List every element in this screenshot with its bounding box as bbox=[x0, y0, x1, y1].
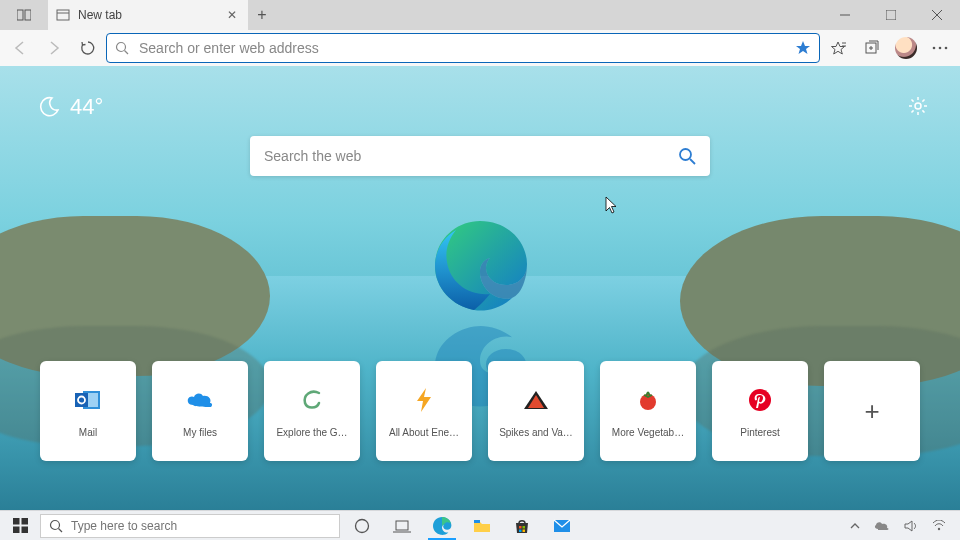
tile-mail[interactable]: Mail bbox=[40, 361, 136, 461]
svg-rect-32 bbox=[75, 393, 88, 407]
weather-temp: 44° bbox=[70, 94, 103, 120]
address-bar[interactable] bbox=[106, 33, 820, 63]
tab-actions-icon[interactable] bbox=[0, 0, 48, 30]
new-tab-page: 44° Mail My files bbox=[0, 66, 960, 510]
tile-pinterest[interactable]: Pinterest bbox=[712, 361, 808, 461]
ntp-search-input[interactable] bbox=[264, 148, 678, 164]
weather-widget[interactable]: 44° bbox=[38, 94, 103, 120]
sound-tray-icon[interactable] bbox=[904, 520, 918, 532]
pinterest-icon bbox=[745, 385, 775, 415]
svg-line-24 bbox=[912, 100, 914, 102]
svg-point-51 bbox=[938, 528, 940, 530]
ntp-settings-button[interactable] bbox=[908, 96, 928, 116]
taskbar-apps bbox=[342, 512, 582, 540]
toolbar bbox=[0, 30, 960, 66]
tab-bar: New tab ✕ + bbox=[0, 0, 960, 30]
tile-label: Mail bbox=[46, 427, 130, 438]
star-icon[interactable] bbox=[795, 40, 811, 56]
svg-point-16 bbox=[933, 47, 936, 50]
tile-myfiles[interactable]: My files bbox=[152, 361, 248, 461]
add-tile-button[interactable]: + bbox=[824, 361, 920, 461]
svg-point-40 bbox=[51, 520, 60, 529]
taskbar-search-input[interactable] bbox=[71, 519, 331, 533]
taskbar-search[interactable] bbox=[40, 514, 340, 538]
svg-point-28 bbox=[680, 149, 691, 160]
svg-rect-37 bbox=[21, 518, 28, 525]
tile-label: All About Ene… bbox=[382, 427, 466, 438]
edge-app-button[interactable] bbox=[422, 512, 462, 540]
svg-line-29 bbox=[690, 159, 695, 164]
outlook-icon bbox=[73, 385, 103, 415]
profile-avatar[interactable] bbox=[890, 32, 922, 64]
svg-line-41 bbox=[59, 528, 63, 532]
refresh-button[interactable] bbox=[72, 32, 104, 64]
plus-icon: + bbox=[864, 396, 879, 427]
new-tab-button[interactable]: + bbox=[248, 0, 276, 30]
bolt-icon bbox=[409, 385, 439, 415]
onedrive-icon bbox=[185, 385, 215, 415]
tab-favicon-icon bbox=[56, 8, 70, 22]
store-app-button[interactable] bbox=[502, 512, 542, 540]
tray-chevron-icon[interactable] bbox=[850, 522, 860, 530]
onedrive-tray-icon[interactable] bbox=[874, 520, 890, 531]
svg-point-35 bbox=[749, 389, 771, 411]
tile-label: Spikes and Va… bbox=[494, 427, 578, 438]
tile-label: Explore the G… bbox=[270, 427, 354, 438]
tile-label: My files bbox=[158, 427, 242, 438]
quick-links: Mail My files Explore the G… All About E… bbox=[0, 361, 960, 461]
svg-point-19 bbox=[915, 103, 921, 109]
svg-rect-45 bbox=[474, 520, 480, 523]
tab-label: New tab bbox=[78, 8, 122, 22]
svg-point-8 bbox=[117, 43, 126, 52]
tile-label: Pinterest bbox=[718, 427, 802, 438]
forward-button[interactable] bbox=[38, 32, 70, 64]
collections-button[interactable] bbox=[856, 32, 888, 64]
svg-rect-36 bbox=[13, 518, 20, 525]
tab-close-icon[interactable]: ✕ bbox=[224, 7, 240, 23]
tile-explore[interactable]: Explore the G… bbox=[264, 361, 360, 461]
svg-rect-46 bbox=[519, 526, 522, 529]
svg-rect-38 bbox=[13, 527, 20, 534]
maximize-button[interactable] bbox=[868, 0, 914, 30]
svg-rect-47 bbox=[523, 526, 526, 529]
back-button[interactable] bbox=[4, 32, 36, 64]
svg-point-17 bbox=[939, 47, 942, 50]
swirl-icon bbox=[297, 385, 327, 415]
taskbar bbox=[0, 510, 960, 540]
close-button[interactable] bbox=[914, 0, 960, 30]
svg-rect-5 bbox=[886, 10, 896, 20]
ntp-search-box[interactable] bbox=[250, 136, 710, 176]
tomato-icon bbox=[633, 385, 663, 415]
cortana-button[interactable] bbox=[342, 512, 382, 540]
edge-logo-icon bbox=[430, 216, 530, 316]
tile-vegetables[interactable]: More Vegetab… bbox=[600, 361, 696, 461]
svg-rect-48 bbox=[519, 529, 522, 532]
taskview-button[interactable] bbox=[382, 512, 422, 540]
wifi-tray-icon[interactable] bbox=[932, 520, 946, 531]
favorites-button[interactable] bbox=[822, 32, 854, 64]
tab-active[interactable]: New tab ✕ bbox=[48, 0, 248, 30]
window-controls bbox=[822, 0, 960, 30]
svg-rect-0 bbox=[17, 10, 23, 20]
cursor-icon bbox=[605, 196, 619, 214]
tile-energy[interactable]: All About Ene… bbox=[376, 361, 472, 461]
mail-app-button[interactable] bbox=[542, 512, 582, 540]
tile-label: More Vegetab… bbox=[606, 427, 690, 438]
svg-rect-39 bbox=[21, 527, 28, 534]
tile-spikes[interactable]: Spikes and Va… bbox=[488, 361, 584, 461]
address-input[interactable] bbox=[139, 40, 785, 56]
svg-rect-1 bbox=[25, 10, 31, 20]
moon-icon bbox=[38, 96, 60, 118]
svg-point-18 bbox=[945, 47, 948, 50]
system-tray bbox=[850, 520, 958, 532]
svg-line-25 bbox=[922, 110, 924, 112]
more-button[interactable] bbox=[924, 32, 956, 64]
minimize-button[interactable] bbox=[822, 0, 868, 30]
start-button[interactable] bbox=[2, 518, 38, 533]
search-icon bbox=[115, 41, 129, 55]
search-icon[interactable] bbox=[678, 147, 696, 165]
explorer-app-button[interactable] bbox=[462, 512, 502, 540]
svg-rect-43 bbox=[396, 521, 408, 530]
svg-rect-49 bbox=[523, 529, 526, 532]
svg-rect-2 bbox=[57, 10, 69, 20]
